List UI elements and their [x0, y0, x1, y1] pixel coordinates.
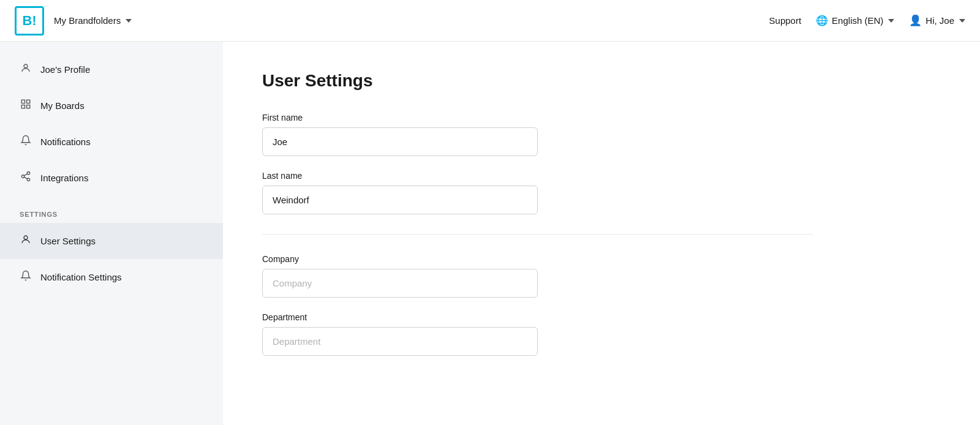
svg-line-8 [24, 177, 27, 179]
department-group: Department [262, 312, 538, 356]
user-label: Hi, Joe [925, 15, 954, 26]
user-settings-icon [20, 234, 32, 248]
company-group: Company [262, 254, 538, 298]
svg-point-7 [27, 178, 30, 181]
chevron-down-icon [959, 19, 965, 23]
chevron-down-icon [888, 19, 894, 23]
language-selector[interactable]: 🌐 English (EN) [816, 15, 894, 26]
sidebar-item-notification-settings[interactable]: Notification Settings [0, 259, 223, 295]
support-link[interactable]: Support [769, 15, 802, 26]
sidebar-item-integrations[interactable]: Integrations [0, 160, 223, 196]
user-icon [20, 62, 32, 77]
user-settings-container: User Settings [0, 223, 223, 259]
sidebar-item-label: Notifications [40, 137, 91, 147]
company-input[interactable] [262, 269, 538, 298]
sidebar-item-label: Integrations [40, 173, 88, 183]
first-name-label: First name [262, 113, 538, 122]
sidebar-item-label: My Boards [40, 100, 85, 111]
svg-rect-2 [27, 100, 30, 103]
svg-point-10 [24, 236, 28, 239]
sidebar-item-label: Joe's Profile [40, 64, 90, 75]
settings-section-header: SETTINGS [0, 196, 223, 223]
first-name-input[interactable] [262, 127, 538, 156]
user-icon: 👤 [909, 14, 922, 27]
svg-rect-1 [21, 100, 24, 103]
department-label: Department [262, 312, 538, 322]
page-title: User Settings [262, 71, 941, 91]
svg-rect-3 [21, 105, 24, 108]
company-label: Company [262, 254, 538, 264]
sidebar-item-label: Notification Settings [40, 272, 122, 282]
svg-point-0 [24, 64, 28, 68]
boards-icon [20, 99, 32, 113]
chevron-down-icon [126, 19, 132, 23]
notification-settings-icon [20, 270, 32, 284]
department-input[interactable] [262, 327, 538, 356]
last-name-group: Last name [262, 171, 538, 214]
sidebar: Joe's Profile My Boards Notifications In… [0, 42, 223, 425]
svg-line-9 [24, 174, 27, 176]
sidebar-item-joes-profile[interactable]: Joe's Profile [0, 51, 223, 88]
form-divider [262, 234, 813, 235]
user-menu[interactable]: 👤 Hi, Joe [909, 14, 965, 27]
last-name-input[interactable] [262, 186, 538, 214]
svg-rect-4 [27, 105, 30, 108]
sidebar-item-label: User Settings [40, 236, 96, 246]
last-name-label: Last name [262, 171, 538, 181]
header: B! My Brandfolders Support 🌐 English (EN… [0, 0, 980, 42]
logo[interactable]: B! [15, 6, 44, 36]
language-label: English (EN) [832, 15, 883, 26]
integrations-icon [20, 171, 32, 185]
first-name-group: First name [262, 113, 538, 156]
header-left: B! My Brandfolders [15, 6, 132, 36]
brandfolders-label: My Brandfolders [54, 15, 121, 26]
layout: Joe's Profile My Boards Notifications In… [0, 42, 980, 425]
header-right: Support 🌐 English (EN) 👤 Hi, Joe [769, 14, 965, 27]
brandfolders-dropdown[interactable]: My Brandfolders [54, 15, 132, 26]
svg-point-5 [27, 172, 30, 175]
sidebar-item-user-settings[interactable]: User Settings [0, 223, 223, 259]
sidebar-item-notifications[interactable]: Notifications [0, 124, 223, 160]
globe-icon: 🌐 [816, 15, 828, 26]
sidebar-item-my-boards[interactable]: My Boards [0, 88, 223, 124]
bell-icon [20, 135, 32, 149]
main-content: User Settings First name Last name Compa… [223, 42, 980, 425]
svg-point-6 [21, 175, 24, 178]
